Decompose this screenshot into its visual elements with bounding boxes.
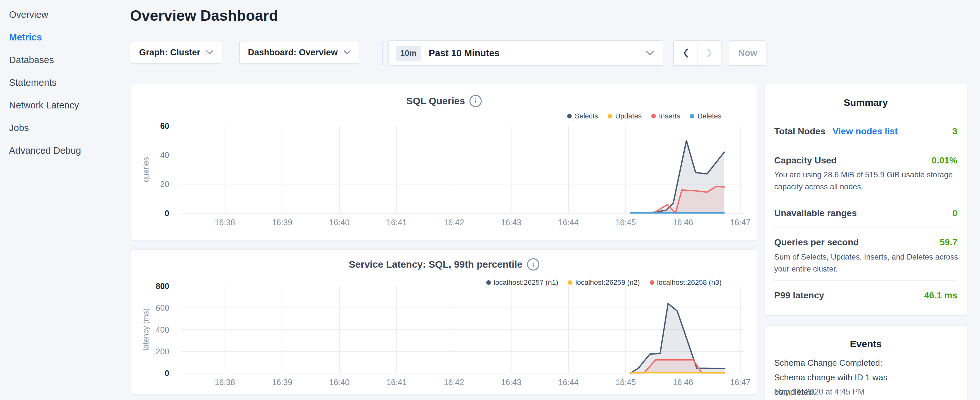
x-tick-label: 16:45 <box>606 378 645 387</box>
toolbar-divider <box>382 41 383 65</box>
legend-item: localhost:26259 (n2) <box>568 278 640 287</box>
service-latency-plot <box>131 250 757 395</box>
x-tick-label: 16:46 <box>663 218 702 227</box>
time-window-selector[interactable]: 10m Past 10 Minutes <box>388 40 663 66</box>
legend-label: Selects <box>574 112 598 120</box>
y-tick-label: 200 <box>131 346 169 357</box>
x-tick-label: 16:38 <box>205 218 244 227</box>
sidebar-item-advanced-debug[interactable]: Advanced Debug <box>0 139 129 162</box>
legend-item: Inserts <box>651 112 680 120</box>
now-button[interactable]: Now <box>729 40 767 66</box>
y-tick-label: 800 <box>131 281 169 291</box>
dashboard-dropdown-label: Dashboard: Overview <box>248 48 338 57</box>
summary-title: Summary <box>765 97 967 108</box>
chevron-down-icon <box>646 51 654 56</box>
summary-value: 46.1 ms <box>924 290 957 301</box>
chevron-left-icon <box>683 48 688 58</box>
chart-card-sql-queries: SQL Queriesi SelectsUpdatesInsertsDelete… <box>131 83 757 241</box>
x-tick-label: 16:44 <box>549 218 588 227</box>
summary-label: Unavailable ranges <box>774 207 857 219</box>
legend-label: Inserts <box>659 112 680 120</box>
graph-scope-dropdown[interactable]: Graph: Cluster <box>130 41 222 64</box>
x-tick-label: 16:40 <box>320 218 359 227</box>
x-tick-label: 16:46 <box>663 378 702 387</box>
summary-row-total-nodes: Total Nodes View nodes list 3 <box>774 126 957 137</box>
chart-legend: localhost:26257 (n1)localhost:26259 (n2)… <box>486 278 721 287</box>
chart-title: Service Latency: SQL, 99th percentile <box>349 259 522 269</box>
legend-label: Updates <box>615 112 641 120</box>
legend-item: localhost:26257 (n1) <box>486 278 558 287</box>
chevron-right-icon <box>707 48 712 58</box>
y-axis-unit-label: queries <box>142 157 150 183</box>
summary-panel: Summary Total Nodes View nodes list 3 Ca… <box>764 83 967 316</box>
summary-value: 3 <box>952 126 957 137</box>
chart-title: SQL Queries <box>406 96 465 106</box>
legend-dot-icon <box>690 114 694 118</box>
legend-label: localhost:26258 (n3) <box>657 278 721 287</box>
summary-value: 59.7 <box>940 237 958 248</box>
chevron-down-icon <box>344 50 351 55</box>
page-title: Overview Dashboard <box>130 6 278 25</box>
y-tick-label: 60 <box>131 121 169 131</box>
summary-row-p99-latency: P99 latency 46.1 ms <box>774 290 957 301</box>
view-nodes-list-link[interactable]: View nodes list <box>832 126 898 137</box>
legend-label: localhost:26257 (n1) <box>494 278 558 287</box>
sidebar-item-metrics[interactable]: Metrics <box>0 26 129 49</box>
legend-dot-icon <box>651 114 656 118</box>
sidebar-item-jobs[interactable]: Jobs <box>0 116 129 139</box>
legend-item: Deletes <box>690 112 721 120</box>
legend-item: Selects <box>567 112 598 120</box>
x-tick-label: 16:43 <box>492 378 531 387</box>
x-tick-label: 16:39 <box>263 218 302 227</box>
divider <box>774 280 957 280</box>
summary-label: P99 latency <box>774 290 824 301</box>
x-tick-label: 16:40 <box>320 378 359 387</box>
x-tick-label: 16:38 <box>205 378 244 387</box>
summary-row-capacity-used: Capacity Used 0.01% <box>774 155 957 166</box>
legend-dot-icon <box>567 114 572 118</box>
time-window-label: Past 10 Minutes <box>429 48 500 59</box>
y-tick-label: 40 <box>131 150 169 160</box>
x-tick-label: 16:43 <box>492 218 531 227</box>
summary-label: Queries per second <box>774 237 859 248</box>
x-tick-label: 16:47 <box>721 378 760 387</box>
sidebar-item-statements[interactable]: Statements <box>0 71 129 94</box>
summary-row-unavailable-ranges: Unavailable ranges 0 <box>774 207 957 219</box>
info-icon[interactable]: i <box>469 95 482 107</box>
y-tick-label: 400 <box>131 325 169 335</box>
time-forward-button[interactable] <box>698 41 722 65</box>
time-window-badge: 10m <box>396 46 421 61</box>
legend-label: localhost:26259 (n2) <box>575 278 640 287</box>
legend-item: Updates <box>608 112 641 120</box>
y-tick-label: 600 <box>131 303 169 313</box>
legend-dot-icon <box>650 280 654 285</box>
summary-description: Sum of Selects, Updates, Inserts, and De… <box>774 251 964 275</box>
divider <box>774 146 957 146</box>
x-tick-label: 16:45 <box>606 218 645 227</box>
dashboard-dropdown[interactable]: Dashboard: Overview <box>239 41 359 64</box>
legend-label: Deletes <box>697 112 721 120</box>
sidebar-item-network-latency[interactable]: Network Latency <box>0 94 129 116</box>
sql-queries-plot <box>131 83 757 241</box>
time-back-button[interactable] <box>674 41 698 65</box>
x-tick-label: 16:42 <box>434 218 473 227</box>
summary-value: 0.01% <box>932 155 957 166</box>
x-tick-label: 16:42 <box>434 378 473 387</box>
legend-item: localhost:26258 (n3) <box>650 278 721 287</box>
x-tick-label: 16:39 <box>263 378 302 387</box>
summary-label: Capacity Used <box>774 155 837 166</box>
legend-dot-icon <box>568 280 572 285</box>
chart-legend: SelectsUpdatesInsertsDeletes <box>567 112 721 120</box>
summary-value: 0 <box>952 207 957 219</box>
sidebar-nav: Overview Metrics Databases Statements Ne… <box>0 3 129 162</box>
event-timestamp: May 13, 2020 at 4:45 PM <box>774 387 864 397</box>
info-icon[interactable]: i <box>527 258 539 271</box>
sidebar-item-overview[interactable]: Overview <box>0 3 129 26</box>
sidebar-item-databases[interactable]: Databases <box>0 49 129 71</box>
x-tick-label: 16:41 <box>377 378 416 387</box>
x-tick-label: 16:44 <box>549 378 588 387</box>
cockroachdb-admin-console: Overview Metrics Databases Statements Ne… <box>0 0 980 400</box>
chevron-down-icon <box>206 50 213 55</box>
chart-card-service-latency: Service Latency: SQL, 99th percentilei l… <box>131 250 757 395</box>
time-window-pager <box>673 40 722 66</box>
